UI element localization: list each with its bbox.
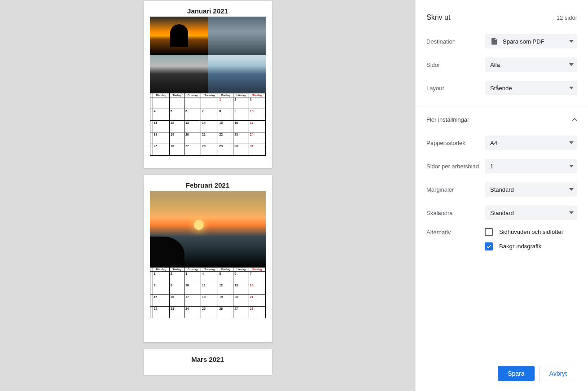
pages-value: Alla (490, 62, 569, 68)
sidebar-header: Skriv ut 12 sidor (416, 0, 588, 30)
more-settings-label: Fler inställningar (426, 116, 469, 123)
margins-value: Standard (490, 186, 569, 193)
headers-footers-label: Sidhuvuden och sidfötter (499, 228, 563, 236)
destination-value: Spara som PDF (503, 38, 569, 45)
paper-size-label: Pappersstorlek (426, 140, 485, 146)
photo-thumbnail (150, 191, 266, 267)
chevron-up-icon (572, 118, 577, 122)
photo-thumbnail (150, 17, 208, 55)
headers-footers-checkbox[interactable]: Sidhuvuden och sidfötter (485, 228, 577, 236)
print-settings-sidebar: Skriv ut 12 sidor Destination Spara som … (415, 0, 588, 391)
chevron-down-icon (569, 165, 574, 167)
print-preview-area[interactable]: Januari 2021 MåndagTisdagOnsdagTorsdagFr… (0, 0, 415, 391)
pages-per-sheet-label: Sidor per arbetsblad (426, 163, 485, 170)
pages-label: Sidor (426, 62, 485, 68)
destination-label: Destination (426, 38, 485, 45)
page-title: Februari 2021 (186, 181, 230, 189)
paper-size-select[interactable]: A4 (485, 136, 577, 150)
photo-thumbnail (208, 17, 266, 55)
photo-thumbnail (150, 55, 208, 93)
preview-page-1: Januari 2021 MåndagTisdagOnsdagTorsdagFr… (144, 1, 272, 168)
page-image-grid (150, 191, 266, 267)
background-graphics-label: Bakgrundsgrafik (499, 242, 541, 250)
layout-value: Stående (490, 85, 569, 92)
chevron-down-icon (569, 87, 574, 89)
chevron-down-icon (569, 188, 574, 191)
page-title: Januari 2021 (187, 7, 228, 15)
more-settings-toggle[interactable]: Fler inställningar (426, 106, 577, 131)
paper-size-value: A4 (490, 140, 569, 146)
checkbox-icon (485, 228, 493, 236)
pages-per-sheet-select[interactable]: 1 (485, 159, 577, 173)
sidebar-footer: Spara Avbryt (416, 359, 588, 391)
cancel-button[interactable]: Avbryt (539, 366, 577, 381)
page-count: 12 sidor (557, 14, 577, 21)
options-label: Alternativ (426, 228, 485, 236)
page-image-grid (150, 17, 266, 93)
layout-select[interactable]: Stående (485, 81, 577, 95)
pages-select[interactable]: Alla (485, 57, 577, 72)
scale-label: Skaländra (426, 210, 485, 216)
background-graphics-checkbox[interactable]: Bakgrundsgrafik (485, 242, 577, 250)
dialog-title: Skriv ut (426, 13, 450, 22)
settings-body: Destination Spara som PDF Sidor Alla Lay… (416, 30, 588, 359)
layout-label: Layout (426, 85, 485, 92)
photo-thumbnail (208, 55, 266, 93)
destination-select[interactable]: Spara som PDF (485, 34, 577, 48)
chevron-down-icon (569, 141, 574, 144)
save-button[interactable]: Spara (498, 366, 534, 381)
checkbox-icon (485, 242, 493, 250)
chevron-down-icon (569, 40, 574, 43)
preview-page-2: Februari 2021 MåndagTisdagOnsdagTorsdagF… (144, 175, 272, 342)
preview-page-3: Mars 2021 (144, 349, 272, 375)
chevron-down-icon (569, 63, 574, 66)
pages-per-sheet-value: 1 (490, 163, 569, 170)
pdf-file-icon (490, 37, 498, 45)
scale-value: Standard (490, 210, 569, 216)
margins-select[interactable]: Standard (485, 182, 577, 197)
margins-label: Marginaler (426, 186, 485, 193)
chevron-down-icon (569, 211, 574, 214)
calendar-grid: MåndagTisdagOnsdagTorsdagFredagLördagSön… (150, 267, 266, 318)
scale-select[interactable]: Standard (485, 206, 577, 220)
page-title: Mars 2021 (191, 356, 224, 363)
calendar-grid: MåndagTisdagOnsdagTorsdagFredagLördagSön… (150, 93, 266, 156)
